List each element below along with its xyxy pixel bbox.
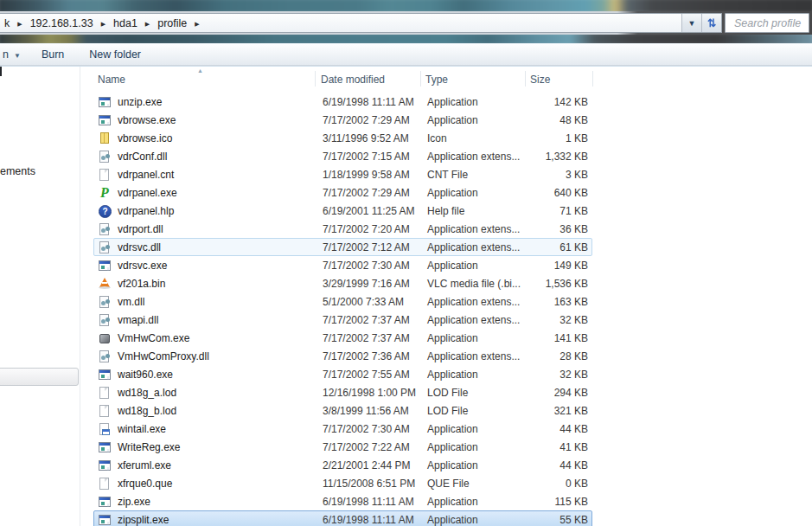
file-size: 61 KB (527, 241, 593, 253)
file-row[interactable]: wd18g_a.lod12/16/1998 1:00 PMLOD File294… (93, 383, 592, 401)
file-name: wait960.exe (118, 369, 173, 381)
file-type: LOD File (422, 405, 527, 417)
file-row[interactable]: vmapi.dll7/17/2002 7:37 AMApplication ex… (93, 311, 592, 329)
breadcrumb-arrow-icon[interactable]: ▶ (11, 20, 28, 27)
file-type: Application (422, 459, 527, 471)
file-name: wintail.exe (118, 423, 166, 435)
file-row[interactable]: vdrsvc.exe7/17/2002 7:30 AMApplication14… (93, 256, 592, 274)
search-input-placeholder: Search profile (726, 17, 801, 29)
search-box[interactable]: Search profile (725, 13, 809, 33)
file-name: vf201a.bin (118, 278, 165, 290)
toolbar-item-new-folder[interactable]: New folder (89, 48, 141, 61)
page-icon (98, 168, 112, 182)
file-row[interactable]: vm.dll5/1/2000 7:33 AMApplication extens… (93, 292, 592, 311)
breadcrumb-item[interactable]: 192.168.1.33 (29, 17, 95, 29)
glass-strip (0, 35, 812, 43)
file-date-modified: 12/16/1998 1:00 PM (317, 387, 422, 399)
file-date-modified: 7/17/2002 7:37 AM (317, 314, 422, 326)
column-separator[interactable] (525, 71, 526, 87)
column-header-size[interactable]: Size (530, 74, 550, 86)
page-icon (98, 386, 112, 400)
file-size: 32 KB (527, 369, 593, 381)
file-row[interactable]: vdrport.dll7/17/2002 7:20 AMApplication … (93, 220, 592, 238)
file-row[interactable]: Pvdrpanel.exe7/17/2002 7:29 AMApplicatio… (93, 183, 592, 202)
breadcrumb-item[interactable]: k (3, 17, 11, 29)
address-dropdown-button[interactable]: ▼ (681, 14, 701, 32)
column-separator[interactable] (592, 71, 593, 87)
column-separator[interactable] (315, 71, 316, 87)
toolbar-item-burn[interactable]: Burn (42, 48, 64, 61)
titlebar-glass (0, 0, 812, 11)
file-name: vdrConf.dll (118, 151, 167, 163)
toolbar-item-n[interactable]: n▼ (3, 48, 21, 61)
breadcrumb-arrow-icon[interactable]: ▶ (189, 20, 205, 27)
file-row[interactable]: xferuml.exe2/21/2001 2:44 PMApplication4… (93, 456, 592, 474)
file-row[interactable]: zip.exe6/19/1998 11:11 AMApplication115 … (93, 492, 592, 510)
file-row[interactable]: vdrpanel.cnt1/18/1999 9:58 AMCNT File3 K… (93, 165, 592, 183)
column-header-name[interactable]: Name (98, 74, 125, 86)
file-size: 55 KB (527, 514, 593, 526)
file-type: CNT File (422, 169, 527, 181)
breadcrumb-item[interactable]: hda1 (112, 17, 139, 29)
file-name: vbrowse.ico (118, 132, 172, 144)
toolbar-item-label: Burn (42, 48, 64, 61)
file-row[interactable]: vf201a.bin3/29/1999 7:16 AMVLC media fil… (93, 274, 592, 292)
file-row[interactable]: zipsplit.exe6/19/1998 11:11 AMApplicatio… (93, 510, 592, 526)
file-size: 48 KB (527, 114, 593, 126)
file-row[interactable]: vdrConf.dll7/17/2002 7:15 AMApplication … (93, 147, 592, 165)
file-size: 142 KB (527, 96, 593, 108)
chevron-down-icon: ▼ (14, 52, 21, 60)
file-size: 163 KB (527, 296, 593, 308)
green-p-icon: P (98, 186, 112, 200)
gray-box-icon (98, 331, 112, 345)
file-size: 149 KB (527, 260, 593, 272)
file-date-modified: 7/17/2002 7:37 AM (317, 332, 422, 344)
column-separator[interactable] (420, 71, 421, 87)
breadcrumb-arrow-icon[interactable]: ▶ (139, 20, 156, 27)
file-size: 640 KB (527, 187, 593, 199)
file-size: 1 KB (527, 132, 593, 144)
file-row[interactable]: wintail.exe7/17/2002 7:30 AMApplication4… (93, 420, 592, 438)
file-type: QUE File (422, 478, 527, 490)
file-row[interactable]: WriteReg.exe7/17/2002 7:22 AMApplication… (93, 438, 592, 456)
file-name: vmapi.dll (118, 314, 158, 326)
file-row[interactable]: VmHwComProxy.dll7/17/2002 7:36 AMApplica… (93, 347, 592, 365)
file-name: wd18g_a.lod (118, 387, 176, 399)
file-size: 1,536 KB (527, 278, 593, 290)
file-row[interactable]: vbrowse.ico3/11/1996 9:52 AMIcon1 KB (93, 129, 592, 147)
file-date-modified: 7/17/2002 7:29 AM (317, 187, 422, 199)
dos-application-icon (98, 95, 112, 109)
file-name: zip.exe (118, 496, 150, 508)
file-row[interactable]: xfrque0.que11/15/2008 6:51 PMQUE File0 K… (93, 474, 592, 492)
file-date-modified: 2/21/2001 2:44 PM (317, 459, 422, 471)
breadcrumb-arrow-icon[interactable]: ▶ (95, 20, 112, 27)
file-type: Application (422, 114, 527, 126)
file-row[interactable]: VmHwCom.exe7/17/2002 7:37 AMApplication1… (93, 329, 592, 347)
file-type: Application (422, 187, 527, 199)
breadcrumb-item[interactable]: profile (156, 17, 189, 29)
file-row[interactable]: unzip.exe6/19/1998 11:11 AMApplication14… (93, 93, 592, 111)
explorer-window: k▶192.168.1.33▶hda1▶profile▶ ▼ ⇅ Search … (0, 0, 812, 526)
nav-pane-button[interactable] (0, 368, 79, 386)
file-type: VLC media file (.bi... (422, 278, 527, 290)
file-date-modified: 7/17/2002 7:12 AM (317, 241, 422, 253)
file-name: VmHwCom.exe (118, 332, 189, 344)
file-row[interactable]: wd18g_b.lod3/8/1999 11:56 AMLOD File321 … (93, 401, 592, 420)
file-size: 141 KB (527, 332, 593, 344)
file-date-modified: 7/17/2002 7:30 AM (317, 260, 422, 272)
file-row[interactable]: wait960.exe7/17/2002 7:55 AMApplication3… (93, 365, 592, 383)
column-header-type[interactable]: Type (425, 74, 448, 86)
file-row[interactable]: vbrowse.exe7/17/2002 7:29 AMApplication4… (93, 111, 592, 129)
breadcrumb[interactable]: k▶192.168.1.33▶hda1▶profile▶ ▼ ⇅ (0, 13, 722, 33)
file-name: vdrport.dll (118, 223, 163, 235)
file-row[interactable]: ?vdrpanel.hlp6/19/2001 11:25 AMHelp file… (93, 202, 592, 220)
file-row[interactable]: vdrsvc.dll7/17/2002 7:12 AMApplication e… (93, 238, 592, 256)
vlc-cone-icon (98, 277, 112, 291)
file-size: 44 KB (527, 459, 593, 471)
file-type: Application (422, 514, 527, 526)
file-size: 44 KB (527, 423, 593, 435)
dos-application-icon (98, 259, 112, 273)
column-header-date-modified[interactable]: Date modified (321, 74, 385, 86)
file-size: 71 KB (527, 205, 593, 217)
refresh-button[interactable]: ⇅ (701, 14, 721, 32)
